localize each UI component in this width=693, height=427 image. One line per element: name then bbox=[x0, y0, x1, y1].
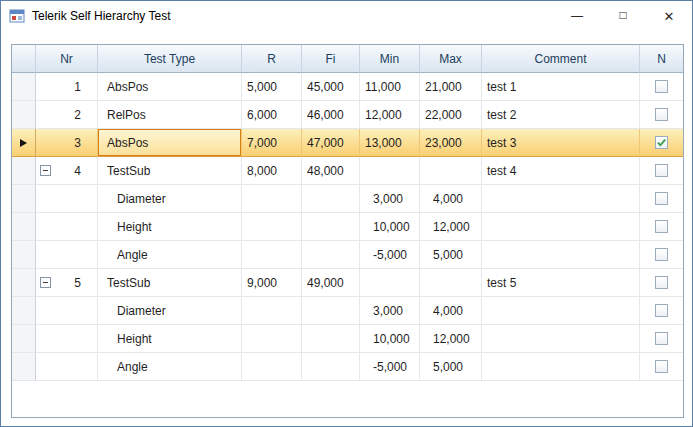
cell-comment[interactable]: test 3 bbox=[482, 129, 640, 157]
cell-test-type[interactable]: TestSub bbox=[98, 269, 242, 297]
close-button[interactable]: ✕ bbox=[646, 1, 692, 31]
collapse-icon[interactable] bbox=[40, 277, 51, 288]
cell-fi[interactable] bbox=[302, 297, 360, 325]
cell-max[interactable]: 4,000 bbox=[420, 297, 482, 325]
cell-test-type[interactable]: Angle bbox=[98, 353, 242, 381]
cell-test-type[interactable]: Diameter bbox=[98, 185, 242, 213]
cell-r[interactable]: 6,000 bbox=[242, 101, 302, 129]
cell-test-type[interactable]: Height bbox=[98, 325, 242, 353]
header-max[interactable]: Max bbox=[420, 45, 482, 73]
cell-comment[interactable]: test 5 bbox=[482, 269, 640, 297]
cell-max[interactable]: 22,000 bbox=[420, 101, 482, 129]
cell-fi[interactable]: 46,000 bbox=[302, 101, 360, 129]
header-nr[interactable]: Nr bbox=[36, 45, 98, 73]
cell-test-type[interactable]: AbsPos bbox=[98, 129, 242, 157]
minimize-button[interactable]: — bbox=[554, 1, 600, 31]
cell-max[interactable]: 12,000 bbox=[420, 325, 482, 353]
n-checkbox[interactable] bbox=[655, 276, 668, 289]
cell-r[interactable]: 7,000 bbox=[242, 129, 302, 157]
header-min[interactable]: Min bbox=[360, 45, 420, 73]
cell-min[interactable]: 10,000 bbox=[360, 325, 420, 353]
table-row[interactable]: 3AbsPos7,00047,00013,00023,000test 3 bbox=[12, 129, 683, 157]
n-checkbox[interactable] bbox=[655, 80, 668, 93]
table-row[interactable]: 4TestSub8,00048,000test 4 bbox=[12, 157, 683, 185]
cell-max[interactable]: 21,000 bbox=[420, 73, 482, 101]
cell-max[interactable] bbox=[420, 157, 482, 185]
cell-fi[interactable] bbox=[302, 185, 360, 213]
cell-n[interactable] bbox=[640, 353, 683, 381]
n-checkbox[interactable] bbox=[655, 136, 668, 149]
table-row[interactable]: 5TestSub9,00049,000test 5 bbox=[12, 269, 683, 297]
cell-min[interactable]: 11,000 bbox=[360, 73, 420, 101]
cell-comment[interactable] bbox=[482, 353, 640, 381]
cell-test-type[interactable]: Angle bbox=[98, 241, 242, 269]
cell-fi[interactable] bbox=[302, 325, 360, 353]
cell-comment[interactable] bbox=[482, 297, 640, 325]
cell-min[interactable]: -5,000 bbox=[360, 241, 420, 269]
cell-comment[interactable]: test 4 bbox=[482, 157, 640, 185]
cell-max[interactable]: 12,000 bbox=[420, 213, 482, 241]
cell-n[interactable] bbox=[640, 269, 683, 297]
cell-nr[interactable] bbox=[36, 185, 98, 213]
cell-fi[interactable] bbox=[302, 353, 360, 381]
cell-r[interactable] bbox=[242, 325, 302, 353]
maximize-button[interactable]: □ bbox=[600, 1, 646, 31]
cell-fi[interactable] bbox=[302, 213, 360, 241]
n-checkbox[interactable] bbox=[655, 304, 668, 317]
cell-n[interactable] bbox=[640, 185, 683, 213]
table-row[interactable]: 1AbsPos5,00045,00011,00021,000test 1 bbox=[12, 73, 683, 101]
cell-max[interactable] bbox=[420, 269, 482, 297]
cell-fi[interactable]: 47,000 bbox=[302, 129, 360, 157]
cell-n[interactable] bbox=[640, 325, 683, 353]
n-checkbox[interactable] bbox=[655, 360, 668, 373]
header-fi[interactable]: Fi bbox=[302, 45, 360, 73]
cell-n[interactable] bbox=[640, 157, 683, 185]
cell-nr[interactable]: 4 bbox=[36, 157, 98, 185]
app-icon[interactable] bbox=[9, 8, 25, 24]
table-row[interactable]: Angle-5,0005,000 bbox=[12, 353, 683, 381]
cell-r[interactable]: 8,000 bbox=[242, 157, 302, 185]
cell-min[interactable] bbox=[360, 157, 420, 185]
header-test-type[interactable]: Test Type bbox=[98, 45, 242, 73]
cell-nr[interactable] bbox=[36, 325, 98, 353]
cell-max[interactable]: 4,000 bbox=[420, 185, 482, 213]
n-checkbox[interactable] bbox=[655, 108, 668, 121]
table-row[interactable]: Diameter3,0004,000 bbox=[12, 297, 683, 325]
cell-fi[interactable] bbox=[302, 241, 360, 269]
cell-test-type[interactable]: TestSub bbox=[98, 157, 242, 185]
cell-n[interactable] bbox=[640, 129, 683, 157]
cell-nr[interactable] bbox=[36, 241, 98, 269]
cell-r[interactable] bbox=[242, 213, 302, 241]
table-row[interactable]: 2RelPos6,00046,00012,00022,000test 2 bbox=[12, 101, 683, 129]
table-row[interactable]: Height10,00012,000 bbox=[12, 213, 683, 241]
cell-nr[interactable] bbox=[36, 353, 98, 381]
cell-n[interactable] bbox=[640, 213, 683, 241]
cell-comment[interactable] bbox=[482, 241, 640, 269]
cell-comment[interactable] bbox=[482, 325, 640, 353]
cell-nr[interactable]: 5 bbox=[36, 269, 98, 297]
header-n[interactable]: N bbox=[640, 45, 683, 73]
collapse-icon[interactable] bbox=[40, 165, 51, 176]
cell-min[interactable]: 3,000 bbox=[360, 185, 420, 213]
cell-test-type[interactable]: RelPos bbox=[98, 101, 242, 129]
cell-nr[interactable]: 1 bbox=[36, 73, 98, 101]
cell-test-type[interactable]: AbsPos bbox=[98, 73, 242, 101]
table-row[interactable]: Height10,00012,000 bbox=[12, 325, 683, 353]
cell-max[interactable]: 5,000 bbox=[420, 241, 482, 269]
table-row[interactable]: Angle-5,0005,000 bbox=[12, 241, 683, 269]
cell-min[interactable]: 12,000 bbox=[360, 101, 420, 129]
cell-r[interactable] bbox=[242, 353, 302, 381]
cell-comment[interactable] bbox=[482, 185, 640, 213]
cell-n[interactable] bbox=[640, 73, 683, 101]
n-checkbox[interactable] bbox=[655, 220, 668, 233]
cell-nr[interactable]: 2 bbox=[36, 101, 98, 129]
cell-fi[interactable]: 49,000 bbox=[302, 269, 360, 297]
cell-min[interactable]: -5,000 bbox=[360, 353, 420, 381]
cell-n[interactable] bbox=[640, 241, 683, 269]
cell-max[interactable]: 5,000 bbox=[420, 353, 482, 381]
cell-nr[interactable]: 3 bbox=[36, 129, 98, 157]
cell-min[interactable] bbox=[360, 269, 420, 297]
cell-fi[interactable]: 45,000 bbox=[302, 73, 360, 101]
n-checkbox[interactable] bbox=[655, 164, 668, 177]
cell-r[interactable] bbox=[242, 185, 302, 213]
